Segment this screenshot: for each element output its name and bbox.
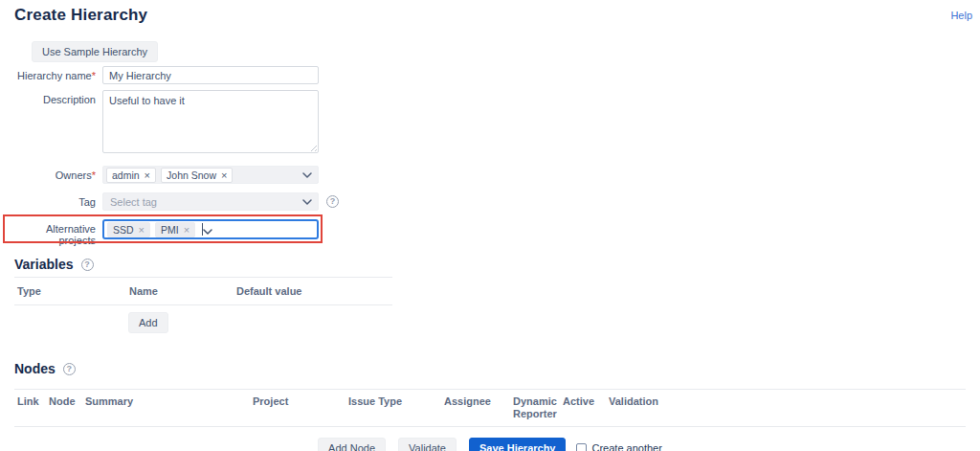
chevron-down-icon: [302, 172, 312, 178]
variables-table-header: Type Name Default value: [14, 277, 392, 305]
description-textarea[interactable]: Useful to have it: [102, 90, 319, 153]
column-header-project: Project: [250, 395, 345, 420]
variables-help-icon[interactable]: ?: [81, 259, 94, 271]
column-header-assignee: Assignee: [441, 395, 510, 420]
remove-chip-icon[interactable]: ×: [139, 225, 145, 235]
column-header-summary: Summary: [82, 395, 250, 420]
column-header-default-value: Default value: [234, 285, 392, 297]
hierarchy-name-row: Hierarchy name*: [14, 66, 966, 84]
create-hierarchy-page: Create Hierarchy Help Use Sample Hierarc…: [0, 0, 980, 451]
nodes-heading: Nodes ?: [14, 361, 966, 376]
add-node-button[interactable]: Add Node: [318, 438, 386, 451]
project-chip: SSD×: [107, 222, 150, 237]
tag-placeholder: Select tag: [106, 196, 157, 208]
page-title: Create Hierarchy: [14, 6, 966, 25]
help-link[interactable]: Help: [950, 10, 972, 21]
tag-help-icon[interactable]: ?: [326, 195, 339, 208]
alternative-projects-row: Alternative projects SSD× PMI×: [14, 219, 966, 246]
remove-chip-icon[interactable]: ×: [221, 170, 227, 180]
required-indicator: *: [92, 70, 96, 81]
hierarchy-name-input[interactable]: [102, 66, 319, 84]
column-header-type: Type: [14, 285, 126, 297]
nodes-help-icon[interactable]: ?: [63, 363, 76, 375]
owners-row: Owners* admin× John Snow×: [14, 166, 966, 184]
column-header-issue-type: Issue Type: [345, 395, 441, 420]
create-another-label[interactable]: Create another: [591, 442, 661, 451]
validate-button[interactable]: Validate: [398, 438, 457, 451]
variables-table: Type Name Default value Add: [14, 277, 392, 333]
column-header-validation: Validation: [606, 395, 966, 420]
required-indicator: *: [92, 169, 96, 181]
tag-select[interactable]: Select tag: [102, 192, 319, 211]
nodes-table: Link Node Summary Project Issue Type Ass…: [14, 389, 966, 427]
column-header-active: Active: [560, 395, 606, 420]
remove-chip-icon[interactable]: ×: [145, 170, 150, 180]
column-header-link: Link: [14, 395, 46, 420]
variables-heading: Variables ?: [14, 257, 966, 272]
create-another-group: Create another: [576, 442, 661, 451]
description-row: Description Useful to have it: [14, 90, 966, 153]
footer-actions: Add Node Validate Save Hierarchy Create …: [14, 438, 966, 451]
alternative-projects-label: Alternative projects: [14, 219, 96, 246]
chevron-down-icon: [302, 199, 312, 205]
owners-multiselect[interactable]: admin× John Snow×: [102, 166, 319, 184]
hierarchy-name-label: Hierarchy name*: [14, 66, 96, 81]
tag-label: Tag: [14, 192, 96, 208]
owner-chip: admin×: [106, 168, 156, 183]
owners-label: Owners*: [14, 166, 96, 181]
project-chip: PMI×: [155, 222, 195, 237]
column-header-node: Node: [46, 395, 82, 420]
owner-chip: John Snow×: [161, 168, 233, 183]
save-hierarchy-button[interactable]: Save Hierarchy: [469, 438, 567, 451]
nodes-table-header: Link Node Summary Project Issue Type Ass…: [14, 389, 966, 427]
create-another-checkbox[interactable]: [576, 443, 587, 451]
chevron-down-icon: [203, 221, 212, 238]
remove-chip-icon[interactable]: ×: [184, 225, 189, 235]
column-header-dynamic-reporter: Dynamic Reporter: [510, 395, 560, 420]
tag-row: Tag Select tag ?: [14, 192, 966, 211]
column-header-name: Name: [126, 285, 234, 297]
alternative-projects-multiselect[interactable]: SSD× PMI×: [102, 219, 319, 239]
use-sample-hierarchy-button[interactable]: Use Sample Hierarchy: [32, 41, 158, 62]
description-label: Description: [14, 90, 96, 105]
add-variable-button[interactable]: Add: [128, 312, 168, 333]
